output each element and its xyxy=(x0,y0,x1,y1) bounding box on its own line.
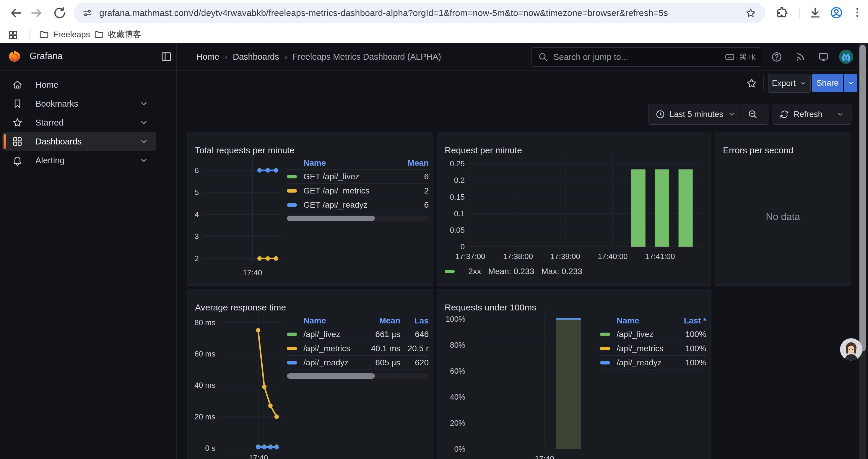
series-value: 40.1 ms xyxy=(356,344,400,353)
legend-scrollbar[interactable] xyxy=(287,373,429,379)
chart-canvas: 6543217:40 xyxy=(192,149,286,280)
forward-icon[interactable] xyxy=(30,6,44,20)
breadcrumb-home[interactable]: Home xyxy=(196,52,219,62)
page-scrollbar-thumb[interactable] xyxy=(860,45,866,352)
bookmark-item-blogs[interactable]: 收藏博客 xyxy=(94,28,141,41)
legend-row[interactable]: /api/_livez100% xyxy=(600,327,706,341)
svg-text:17:40: 17:40 xyxy=(535,454,554,459)
help-icon[interactable] xyxy=(771,52,782,63)
panel-request-per-minute: Request per minute 0.250.20.150.10.05017… xyxy=(437,132,711,286)
dashboards-icon xyxy=(12,136,23,147)
menu-icon[interactable] xyxy=(851,6,865,20)
apps-grid-icon[interactable] xyxy=(8,30,18,40)
legend-column-header[interactable]: Name xyxy=(287,316,356,326)
subheader-border xyxy=(176,98,868,98)
legend-row[interactable]: GET /api/_livez6 xyxy=(287,169,429,184)
bar-chart[interactable]: 0.250.20.150.10.05017:37:0017:38:0017:39… xyxy=(442,149,706,263)
legend-column-header[interactable]: Name xyxy=(287,158,402,168)
star-dashboard-icon[interactable] xyxy=(746,77,757,89)
extensions-icon[interactable] xyxy=(776,6,790,20)
user-avatar[interactable] xyxy=(839,50,853,64)
refresh-interval-dropdown[interactable] xyxy=(829,110,851,118)
svg-text:0.1: 0.1 xyxy=(454,209,465,218)
breadcrumb-separator: › xyxy=(279,52,292,62)
svg-text:17:40: 17:40 xyxy=(243,268,262,277)
url-bar[interactable]: grafana.mathmast.com/d/deytv4rwavabkb/fr… xyxy=(74,3,765,23)
svg-text:2: 2 xyxy=(195,254,199,263)
floating-assistant-avatar[interactable] xyxy=(840,338,862,361)
legend-column-header[interactable]: Name xyxy=(600,316,671,326)
bookmark-item-freeleaps[interactable]: Freeleaps xyxy=(39,28,90,41)
panel-toggle-icon[interactable] xyxy=(160,51,172,63)
svg-text:17:37:00: 17:37:00 xyxy=(455,252,485,261)
export-button[interactable]: Export xyxy=(768,74,811,93)
download-icon[interactable] xyxy=(808,6,823,20)
search-placeholder: Search or jump to... xyxy=(553,52,725,62)
bar-fill-chart[interactable]: 100%80%60%40%20%0%17:40 xyxy=(442,306,595,459)
series-max: Max: 0.233 xyxy=(541,267,582,276)
grafana-logo[interactable] xyxy=(8,50,22,64)
sidebar-item-alerting[interactable]: Alerting xyxy=(2,151,156,169)
legend-header: NameMeanLas xyxy=(287,315,429,327)
series-value: 6 xyxy=(402,172,429,182)
panel-title[interactable]: Errors per second xyxy=(723,145,793,155)
rss-icon[interactable] xyxy=(795,52,806,63)
legend-row[interactable]: /api/_metrics40.1 ms20.5 r xyxy=(287,341,429,356)
series-name: /api/_livez xyxy=(303,330,356,339)
legend-row[interactable]: GET /api/_metrics2 xyxy=(287,184,429,198)
legend-row[interactable]: /api/_readyz605 µs620 xyxy=(287,356,429,370)
svg-text:17:40:00: 17:40:00 xyxy=(598,252,627,261)
legend-row[interactable]: GET /api/_readyz6 xyxy=(287,198,429,212)
zoom-out-icon[interactable] xyxy=(741,109,764,120)
legend-row[interactable]: /api/_livez661 µs646 xyxy=(287,327,429,341)
svg-text:40%: 40% xyxy=(450,393,465,401)
legend-column-header[interactable]: Las xyxy=(400,316,429,326)
series-name: GET /api/_metrics xyxy=(303,186,402,196)
grafana-app: Grafana Home › Dashboards › Freeleaps Me… xyxy=(0,43,868,459)
sidebar-item-starred[interactable]: Starred xyxy=(2,113,156,132)
share-menu-button[interactable] xyxy=(844,74,857,92)
sidebar-item-dashboards[interactable]: Dashboards xyxy=(2,132,156,151)
clock-icon xyxy=(655,109,665,119)
back-icon[interactable] xyxy=(9,6,23,20)
svg-text:20%: 20% xyxy=(450,419,465,427)
svg-text:4: 4 xyxy=(195,210,199,219)
search-input[interactable]: Search or jump to... ⌘+k xyxy=(531,47,762,67)
legend-row[interactable]: /api/_readyz100% xyxy=(600,356,706,370)
share-button[interactable]: Share xyxy=(812,74,843,92)
series-name: /api/_readyz xyxy=(617,358,671,367)
bookmarks-divider xyxy=(30,30,30,40)
profile-icon[interactable] xyxy=(830,6,844,20)
site-info-icon[interactable] xyxy=(82,8,93,18)
bookmark-star-icon[interactable] xyxy=(745,7,756,19)
monitor-icon[interactable] xyxy=(818,52,829,63)
home-icon xyxy=(12,79,23,90)
reload-icon[interactable] xyxy=(53,6,67,20)
sidebar-item-bookmarks[interactable]: Bookmarks xyxy=(2,95,156,113)
series-value: 6 xyxy=(402,200,429,210)
timeseries-chart[interactable]: 6543217:40 xyxy=(192,149,286,280)
breadcrumb-dashboards[interactable]: Dashboards xyxy=(233,52,279,62)
series-color-pill xyxy=(600,361,610,364)
refresh-button[interactable]: Refresh xyxy=(794,109,823,119)
series-color-pill xyxy=(287,333,297,336)
sidebar-item-home[interactable]: Home xyxy=(2,76,156,94)
brand-name[interactable]: Grafana xyxy=(30,51,63,61)
timeseries-chart[interactable]: 80 ms60 ms40 ms20 ms0 s17:40 xyxy=(192,306,286,459)
legend-scrollbar[interactable] xyxy=(287,216,429,221)
svg-text:6: 6 xyxy=(195,166,199,175)
legend-column-header[interactable]: Mean xyxy=(402,158,429,168)
legend[interactable]: 2xx Mean: 0.233 Max: 0.233 xyxy=(445,267,582,276)
svg-text:17:41:00: 17:41:00 xyxy=(645,252,675,261)
bookmark-icon xyxy=(12,98,23,109)
time-range-picker[interactable]: Last 5 minutes xyxy=(670,109,723,119)
svg-text:0.2: 0.2 xyxy=(454,176,465,185)
legend-column-header[interactable]: Last * xyxy=(671,316,706,326)
folder-icon xyxy=(39,30,49,40)
legend-row[interactable]: /api/_metrics100% xyxy=(600,341,706,356)
sidebar-divider xyxy=(176,43,177,459)
chevron-down-icon xyxy=(728,110,736,118)
sidebar-item-label: Dashboards xyxy=(35,137,140,146)
legend-column-header[interactable]: Mean xyxy=(356,316,400,326)
svg-text:0.05: 0.05 xyxy=(450,226,465,234)
